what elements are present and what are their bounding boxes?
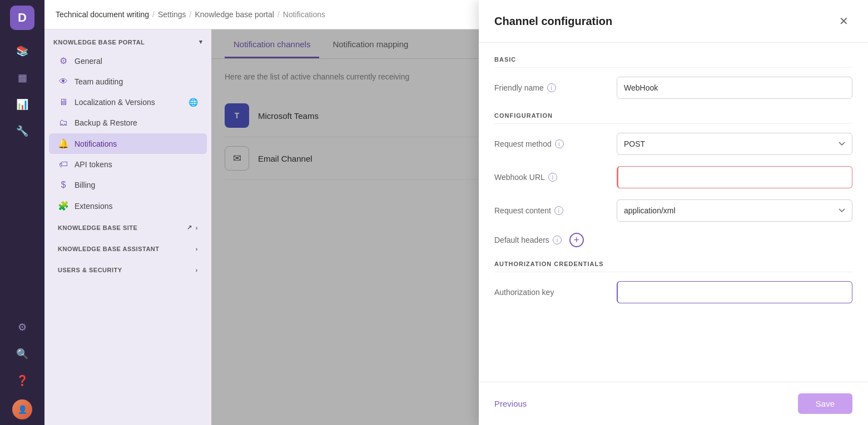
config-panel-body: BASIC Friendly name i CONFIGURATION Requ… — [479, 43, 868, 382]
nav-section-users[interactable]: USERS & SECURITY › — [49, 261, 207, 279]
extra-icon-localization: 🌐 — [189, 98, 198, 107]
default-headers-row: Default headers i + — [494, 233, 852, 247]
nav-item-label-notifications: Notifications — [75, 139, 117, 148]
config-panel-footer: Previous Save — [479, 382, 868, 425]
nav-item-extensions[interactable]: 🧩 Extensions — [49, 196, 207, 216]
nav-item-icon-localization: 🖥 — [58, 97, 69, 107]
previous-button[interactable]: Previous — [494, 399, 527, 408]
nav-icon-tools[interactable]: 🔧 — [10, 119, 34, 143]
request-method-select[interactable]: POST GET PUT PATCH — [617, 133, 852, 155]
info-icon-default-headers[interactable]: i — [553, 236, 562, 244]
app-logo[interactable]: D — [10, 6, 34, 30]
config-panel-title: Channel configuration — [494, 15, 612, 28]
nav-item-billing[interactable]: $ Billing — [49, 175, 207, 195]
form-row-request-method: Request method i POST GET PUT PATCH — [494, 133, 852, 155]
nav-item-team-auditing[interactable]: 👁 Team auditing — [49, 72, 207, 92]
form-label-auth-key: Authorization key — [494, 288, 606, 297]
config-panel-header: Channel configuration ✕ — [479, 0, 868, 43]
nav-item-label-localization: Localization & Versions — [75, 98, 155, 107]
close-button[interactable]: ✕ — [835, 12, 852, 30]
form-label-webhook-url: Webhook URL i — [494, 173, 606, 182]
breadcrumb-item-3: Notifications — [283, 10, 325, 19]
nav-item-localization[interactable]: 🖥 Localization & Versions 🌐 — [49, 92, 207, 112]
authorization-key-input[interactable] — [617, 281, 852, 303]
left-nav: KNOWLEDGE BASE PORTAL ▾ ⚙ General 👁 Team… — [44, 29, 211, 425]
user-avatar[interactable]: 👤 — [12, 399, 32, 419]
chevron-right-icon: › — [196, 224, 198, 231]
info-icon-webhook-url[interactable]: i — [548, 173, 557, 182]
external-link-icon: ↗ — [187, 224, 192, 231]
nav-section-kbs[interactable]: KNOWLEDGE BASE SITE ↗ › — [49, 218, 207, 237]
nav-icon-analytics[interactable]: 📊 — [10, 92, 34, 117]
nav-item-general[interactable]: ⚙ General — [49, 51, 207, 71]
form-label-request-method: Request method i — [494, 139, 606, 148]
form-label-friendly-name: Friendly name i — [494, 83, 606, 92]
section-label-configuration: CONFIGURATION — [494, 112, 852, 124]
form-row-request-content: Request content i application/xml applic… — [494, 199, 852, 222]
add-header-button[interactable]: + — [569, 233, 584, 247]
nav-item-notifications[interactable]: 🔔 Notifications — [49, 133, 207, 154]
section-label-basic: BASIC — [494, 56, 852, 68]
friendly-name-input[interactable] — [617, 77, 852, 99]
breadcrumb-item-1[interactable]: Settings — [158, 10, 186, 19]
nav-icon-search[interactable]: 🔍 — [10, 342, 34, 366]
nav-icon-dashboard[interactable]: ▦ — [10, 66, 34, 90]
nav-item-label-team-auditing: Team auditing — [75, 77, 123, 86]
nav-item-icon-general: ⚙ — [58, 56, 69, 66]
nav-item-backup[interactable]: 🗂 Backup & Restore — [49, 113, 207, 133]
nav-item-api-tokens[interactable]: 🏷 API tokens — [49, 154, 207, 174]
info-icon-friendly-name[interactable]: i — [547, 83, 556, 92]
save-button[interactable]: Save — [798, 393, 852, 414]
section-label-authorization: AUTHORIZATION CREDENTIALS — [494, 261, 852, 272]
nav-item-icon-team-auditing: 👁 — [58, 77, 69, 87]
form-row-friendly-name: Friendly name i — [494, 77, 852, 99]
nav-item-label-backup: Backup & Restore — [75, 118, 137, 127]
nav-icon-help[interactable]: ❓ — [10, 368, 34, 393]
nav-section-kba[interactable]: KNOWLEDGE BASE ASSISTANT › — [49, 239, 207, 258]
info-icon-request-method[interactable]: i — [555, 139, 564, 148]
nav-item-label-billing: Billing — [75, 181, 95, 189]
breadcrumb-sep-2: / — [277, 10, 280, 19]
default-headers-label: Default headers i + — [494, 233, 606, 247]
breadcrumb-sep-1: / — [190, 10, 192, 19]
nav-item-label-api-tokens: API tokens — [75, 160, 112, 169]
nav-section-kbp[interactable]: KNOWLEDGE BASE PORTAL ▾ — [44, 29, 211, 50]
nav-item-icon-extensions: 🧩 — [58, 201, 69, 211]
chevron-right-icon-3: › — [196, 267, 198, 273]
chevron-right-icon-2: › — [196, 246, 198, 252]
webhook-url-input[interactable] — [617, 166, 852, 188]
request-content-select[interactable]: application/xml application/json text/pl… — [617, 199, 852, 222]
nav-icon-settings[interactable]: ⚙ — [10, 315, 34, 339]
breadcrumb-item-0[interactable]: Technical document writing — [56, 10, 149, 19]
nav-item-icon-api-tokens: 🏷 — [58, 159, 69, 169]
nav-item-icon-notifications: 🔔 — [58, 138, 69, 149]
nav-icon-books[interactable]: 📚 — [10, 39, 34, 63]
nav-item-icon-billing: $ — [58, 180, 69, 190]
form-row-auth-key: Authorization key — [494, 281, 852, 303]
icon-sidebar: D 📚 ▦ 📊 🔧 ⚙ 🔍 ❓ 👤 — [0, 0, 44, 425]
nav-item-label-extensions: Extensions — [75, 202, 112, 211]
config-panel: Channel configuration ✕ BASIC Friendly n… — [479, 0, 868, 425]
form-row-webhook-url: Webhook URL i — [494, 166, 852, 188]
info-icon-request-content[interactable]: i — [554, 206, 563, 215]
breadcrumb-item-2[interactable]: Knowledge base portal — [195, 10, 274, 19]
nav-item-icon-backup: 🗂 — [58, 118, 69, 128]
form-label-request-content: Request content i — [494, 206, 606, 215]
nav-item-label-general: General — [75, 57, 102, 66]
breadcrumb-sep-0: / — [152, 10, 155, 19]
